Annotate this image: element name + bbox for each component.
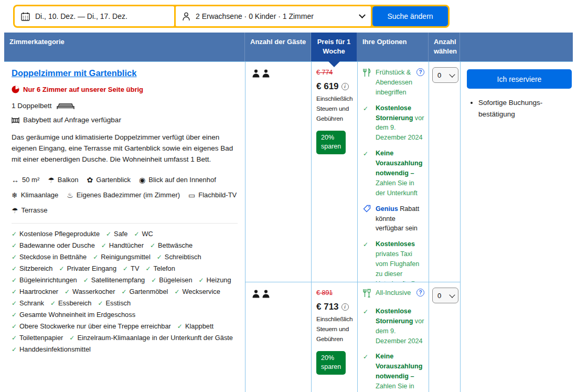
quantity-select[interactable]: 0 (432, 288, 458, 303)
feature-icon: ☂ (12, 206, 18, 215)
price-info-icon[interactable]: i (341, 83, 349, 90)
feature-item: ☂ Terrasse (12, 206, 47, 215)
feature-icon: ☂ (48, 176, 55, 184)
header-quantity: Anzahl wählen (429, 33, 460, 61)
meal-label: Frühstück & Abendessen inbegriffen (376, 68, 414, 98)
amenity-item: ✓ Kostenlose Pflegeprodukte (12, 230, 100, 238)
header-guests: Anzahl der Gäste (245, 33, 311, 61)
amenity-label: Reinigungsmittel (101, 253, 151, 261)
scarcity-badge: Nur 6 Zimmer auf unserer Seite übrig (12, 86, 238, 93)
price-info-icon[interactable]: i (341, 303, 349, 311)
check-icon: ✓ (65, 288, 70, 295)
amenity-item: ✓ Bügeleinrichtungen (12, 276, 77, 284)
meal-help-icon[interactable]: ? (416, 289, 424, 296)
amenity-label: Bügeleinrichtungen (19, 276, 77, 284)
amenity-label: Bettwäsche (158, 241, 193, 249)
amenity-label: Kostenlose Pflegeprodukte (19, 230, 100, 238)
feature-item: ✿ Gartenblick (87, 176, 131, 184)
amenity-label: Schreibtisch (165, 253, 201, 261)
occupancy-field[interactable]: 2 Erwachsene · 0 Kinder · 1 Zimmer (176, 6, 371, 26)
amenity-item: ✓ Schrank (12, 299, 44, 307)
amenity-item: ✓ Handtücher (101, 241, 144, 249)
dates-value: Di., 10. Dez. — Di., 17. Dez. (35, 12, 127, 20)
chevron-down-icon (359, 12, 366, 18)
amenity-label: WC (142, 230, 153, 238)
benefit-list: Sofortige Buchungs­bestätigung (478, 97, 572, 120)
feature-item: ↔ 50 m² (12, 176, 39, 184)
check-icon: ✓ (12, 288, 17, 295)
divider (12, 223, 238, 224)
feature-label: Klimaanlage (21, 191, 59, 199)
room-category-cell: Doppelzimmer mit Gartenblick Nur 6 Zimme… (4, 61, 245, 392)
check-icon: ✓ (12, 300, 17, 307)
options-cell: ? All-Inclusive ✓ Kostenlose Stornierung… (357, 282, 429, 392)
check-icon: ✓ (12, 253, 17, 261)
crib-info: Babybett auf Anfrage verfügbar (12, 116, 238, 124)
reserve-cell: Ich reserviere Sofortige Buchungs­bestät… (460, 61, 573, 392)
dates-field[interactable]: Di., 10. Dez. — Di., 17. Dez. (15, 6, 174, 26)
crib-icon (12, 116, 19, 124)
genius-brand: Genius (376, 205, 398, 213)
benefit-item: Sofortige Buchungs­bestätigung (478, 97, 572, 120)
amenity-label: Klappbett (185, 322, 213, 330)
meal-help-icon[interactable]: ? (416, 68, 424, 76)
check-icon: ✓ (363, 306, 372, 346)
amenity-label: Wasserkocher (72, 288, 115, 295)
header-room-type: Zimmerkategorie (4, 33, 245, 61)
feature-icon: ◉ (139, 176, 145, 184)
feature-item: ☂ Balkon (48, 176, 78, 184)
search-bar: Di., 10. Dez. — Di., 17. Dez. 2 Erwachse… (13, 5, 450, 28)
check-icon: ✓ (93, 253, 98, 261)
price-cell: € 891 € 713 i Einschließlich Steuern und… (311, 282, 357, 392)
check-icon: ✓ (98, 300, 103, 307)
all-inclusive-icon (363, 288, 372, 301)
check-icon: ✓ (150, 242, 155, 249)
option-cancellation: ✓ Kostenlose Stornierung vor dem 9. Deze… (363, 306, 424, 346)
check-icon: ✓ (12, 242, 17, 249)
amenity-item: ✓ Esstisch (98, 299, 131, 307)
feature-label: Gartenblick (96, 176, 131, 184)
amenity-label: Gesamte Wohneinheit im Erdgeschoss (19, 311, 135, 319)
amenity-item: ✓ Toilettenpapier (12, 334, 63, 342)
amenity-label: Handdesinfektionsmittel (19, 345, 91, 353)
amenity-label: Handtücher (109, 241, 144, 249)
current-price: € 619 (316, 81, 339, 92)
amenity-item: ✓ TV (123, 264, 139, 272)
old-price: € 774 (316, 69, 333, 76)
reserve-button[interactable]: Ich reserviere (467, 69, 572, 89)
feature-label: 50 m² (22, 176, 39, 184)
room-title-link[interactable]: Doppelzimmer mit Gartenblick (12, 68, 136, 78)
option-cancellation: ✓ Kostenlose Stornierung vor dem 9. Deze… (363, 103, 424, 143)
amenity-label: Steckdose in Bettnähe (19, 253, 87, 261)
meal-plan: Frühstück & Abendessen inbegriffen (363, 68, 424, 98)
amenity-label: Heizung (207, 276, 231, 284)
check-icon: ✓ (151, 277, 156, 284)
check-icon: ✓ (121, 288, 126, 295)
amenity-item: ✓ Obere Stockwerke nur über eine Treppe … (12, 322, 171, 330)
calendar-icon (21, 12, 30, 21)
check-icon: ✓ (134, 230, 139, 238)
amenity-item: ✓ Sitzbereich (12, 264, 52, 272)
amenity-label: Schrank (19, 299, 44, 307)
amenity-label: Weckservice (183, 288, 220, 295)
amenity-label: Telefon (154, 264, 175, 272)
amenity-item: ✓ WC (134, 230, 153, 238)
check-icon: ✓ (12, 230, 17, 238)
change-search-button[interactable]: Suche ändern (372, 6, 448, 26)
meal-plan: All-Inclusive (363, 288, 424, 301)
amenity-label: Safe (114, 230, 127, 238)
feature-icon: ▭ (188, 191, 195, 199)
amenity-item: ✓ Badewanne oder Dusche (12, 241, 95, 249)
feature-label: Eigenes Badezimmer (im Zimmer) (77, 191, 180, 199)
check-icon: ✓ (363, 103, 372, 143)
amenity-item: ✓ Essbereich (50, 299, 91, 307)
amenity-item: ✓ Privater Eingang (59, 264, 116, 272)
amenity-item: ✓ Gesamte Wohneinheit im Erdgeschoss (12, 311, 135, 319)
check-icon: ✓ (12, 323, 17, 330)
meal-label: All-Inclusive (376, 288, 411, 301)
amenity-label: Toilettenpapier (19, 334, 63, 342)
amenity-label: Gartenmöbel (129, 288, 168, 295)
amenity-item: ✓ Weckservice (174, 288, 220, 295)
quantity-select[interactable]: 0 (432, 67, 458, 83)
amenity-item: ✓ Telefon (145, 264, 175, 272)
